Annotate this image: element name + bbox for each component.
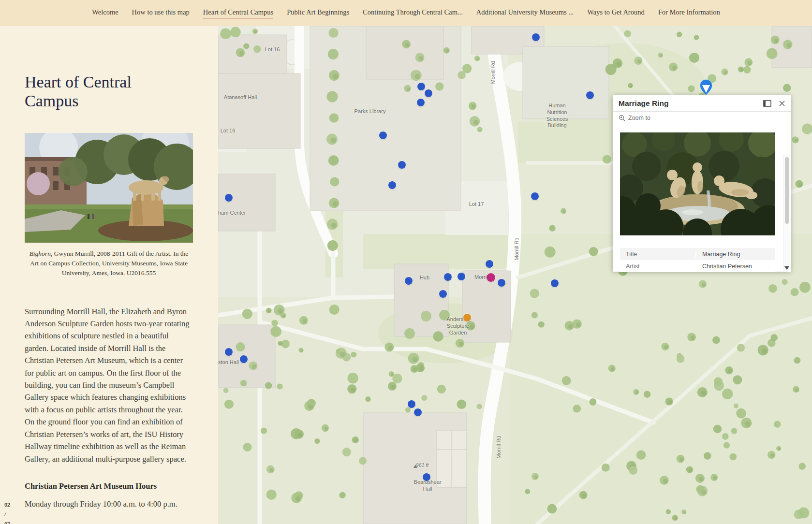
zoom-to-button[interactable]: Zoom to [613, 112, 791, 124]
nav-item[interactable]: Ways to Get Around [587, 8, 644, 18]
popup-content: TitleMarriage RingArtistChristian Peters… [613, 124, 791, 272]
blue-feature-marker[interactable] [388, 181, 396, 189]
popup-title: Marriage Ring [619, 99, 763, 108]
blue-feature-marker[interactable] [498, 279, 505, 287]
hours-text: Monday through Friday 10:00 a.m. to 4:00… [25, 499, 192, 509]
blue-feature-marker[interactable] [408, 400, 415, 408]
nav-item[interactable]: For More Information [658, 8, 720, 18]
blue-feature-marker[interactable] [414, 408, 422, 416]
page-current: 02 [4, 500, 10, 510]
nav-item[interactable]: Additional University Museums ... [476, 8, 574, 18]
caption-artwork-title: Bighorn [30, 250, 51, 257]
blue-feature-marker[interactable] [531, 192, 539, 200]
blue-feature-marker[interactable] [379, 131, 387, 139]
sidebar-figure: Bighorn, Gwynn Murrill, 2008-2011 Gift o… [25, 133, 193, 278]
popup-scrollbar[interactable] [783, 154, 790, 271]
image-caption: Bighorn, Gwynn Murrill, 2008-2011 Gift o… [25, 249, 193, 278]
page-total: 07 [4, 520, 10, 524]
dock-icon[interactable] [763, 100, 771, 107]
blue-feature-marker[interactable] [423, 473, 430, 481]
top-nav: WelcomeHow to use this mapHeart of Centr… [0, 0, 812, 26]
selected-location-pin[interactable] [697, 78, 715, 98]
popup-attribute-table: TitleMarriage RingArtistChristian Peters… [620, 248, 775, 272]
nav-item[interactable]: Continuing Through Central Cam... [363, 8, 463, 18]
nav-item[interactable]: How to use this map [132, 8, 190, 18]
blue-feature-marker[interactable] [225, 348, 233, 356]
bighorn-photo [25, 133, 193, 243]
attribute-value: Marriage Ring [696, 251, 775, 258]
orange-feature-marker[interactable] [463, 314, 471, 321]
blue-feature-marker[interactable] [458, 273, 465, 280]
blue-feature-marker[interactable] [405, 277, 413, 285]
magenta-feature-marker[interactable] [487, 273, 495, 282]
blue-feature-marker[interactable] [417, 99, 425, 106]
blue-feature-marker[interactable] [486, 260, 493, 268]
blue-feature-marker[interactable] [586, 91, 594, 99]
feature-popup: Marriage Ring Zoom to [613, 95, 791, 272]
popup-photo-frame [620, 132, 775, 235]
popup-header: Marriage Ring [613, 95, 791, 112]
blue-feature-marker[interactable] [398, 161, 406, 169]
attribute-row: TitleMarriage Ring [620, 248, 775, 260]
scrollbar-thumb[interactable] [785, 157, 789, 224]
close-icon[interactable] [779, 101, 785, 106]
body-paragraph: Surrounding Morrill Hall, the Elizabeth … [25, 306, 192, 465]
hours-heading: Christian Petersen Art Museum Hours [25, 481, 192, 491]
storymap-app: WelcomeHow to use this mapHeart of Centr… [0, 0, 812, 524]
blue-feature-marker[interactable] [417, 83, 425, 90]
magnifier-plus-icon [619, 115, 625, 121]
blue-feature-marker[interactable] [444, 273, 452, 281]
sidebar-panel: Heart of Central Campus [0, 26, 218, 524]
nav-item[interactable]: Welcome [92, 8, 118, 18]
blue-feature-marker[interactable] [439, 290, 447, 298]
attribute-row: ArtistChristian Petersen [620, 260, 775, 272]
blue-feature-marker[interactable] [240, 355, 248, 363]
caption-text: , Gwynn Murrill, 2008-2011 Gift of the A… [30, 250, 188, 277]
marriage-ring-photo [620, 132, 775, 235]
blue-feature-marker[interactable] [532, 33, 540, 41]
scrollbar-down-arrow-icon[interactable] [784, 266, 789, 270]
attribute-value: Christian Petersen [696, 263, 775, 270]
page-title: Heart of Central Campus [25, 73, 179, 111]
page-indicator: 02 / 07 [4, 500, 10, 524]
attribute-field: Title [620, 251, 696, 258]
page-separator: / [4, 510, 10, 520]
blue-feature-marker[interactable] [225, 194, 233, 202]
blue-feature-marker[interactable] [551, 279, 559, 287]
blue-feature-marker[interactable] [425, 89, 432, 97]
nav-item[interactable]: Public Art Beginnings [287, 8, 349, 18]
zoom-to-label: Zoom to [628, 115, 650, 121]
attribute-field: Artist [620, 263, 696, 270]
nav-item[interactable]: Heart of Central Campus [203, 8, 273, 18]
